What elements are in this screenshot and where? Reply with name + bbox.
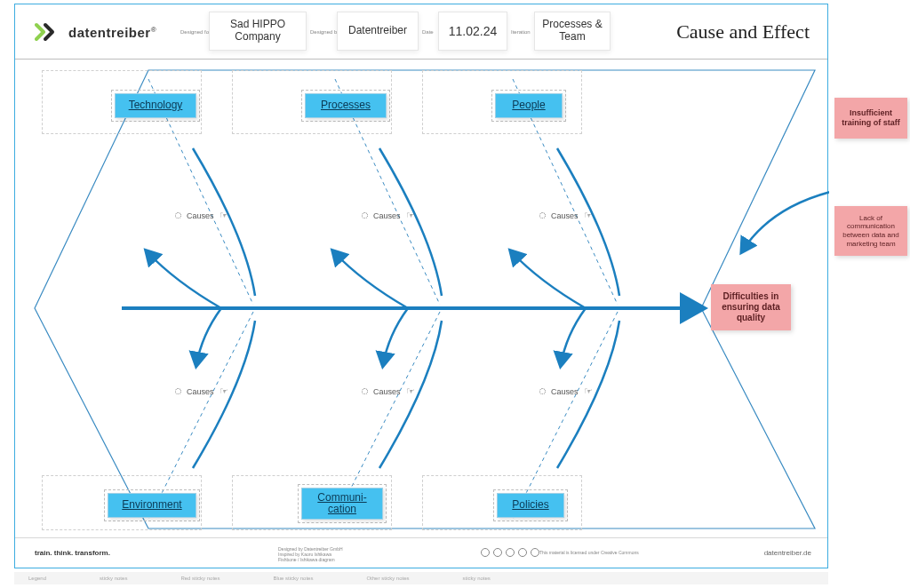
note1-text: Insufficient training of staff <box>842 108 900 128</box>
logo-text: datentreiber® <box>68 25 156 40</box>
nc-icon <box>518 548 527 557</box>
effect-note[interactable]: Difficulties in ensuring data quality <box>711 284 791 330</box>
legend-hint: sticky notes <box>462 576 490 581</box>
causes-top-3: Causes☞ <box>539 210 593 221</box>
category-people[interactable]: People <box>495 93 563 118</box>
logo-icon <box>35 22 63 42</box>
legend-hint: Blue sticky notes <box>273 576 313 581</box>
cc-license-icons <box>481 548 539 557</box>
category-policies[interactable]: Policies <box>497 493 564 518</box>
text-designed-by: Datentreiber <box>348 25 407 37</box>
legend-hint: Other sticky notes <box>366 576 409 581</box>
cc-icon <box>481 548 490 557</box>
causes-top-2: Causes☞ <box>362 210 415 221</box>
card-designed-by[interactable]: Datentreiber <box>337 12 419 51</box>
causes-bottom-3: Causes☞ <box>539 385 593 397</box>
pointer-icon: ☞ <box>220 385 228 397</box>
footer-license-text: This material is licensed under Creative… <box>539 550 639 555</box>
page-title: Cause and Effect <box>676 20 810 44</box>
causes-bottom-2: Causes☞ <box>362 385 415 397</box>
footer-web: datentreiber.de <box>764 549 811 557</box>
logo: datentreiber® <box>35 22 156 42</box>
card-date[interactable]: 11.02.24 <box>438 12 507 51</box>
category-environment[interactable]: Environment <box>108 493 196 518</box>
label-designed-by: Designed by <box>310 29 339 35</box>
card-designed-for[interactable]: Sad HIPPO Company <box>209 12 307 51</box>
nd-icon <box>531 548 539 557</box>
legend-hint: Red sticky notes <box>180 576 220 581</box>
legend-strip: Legend sticky notes Red sticky notes Blu… <box>14 572 828 584</box>
note2-text: Lack of communication between data and m… <box>842 214 900 248</box>
by-icon <box>493 548 502 557</box>
legend-hint: sticky notes <box>100 576 127 581</box>
footer: train. think. transform. Designed by Dat… <box>15 537 827 568</box>
category-processes[interactable]: Processes <box>305 93 387 118</box>
legend-label: Legend <box>28 576 46 581</box>
canvas-frame: datentreiber® Designed for Sad HIPPO Com… <box>14 4 828 568</box>
card-iteration[interactable]: Processes & Team <box>534 12 611 51</box>
pointer-icon: ☞ <box>584 385 593 397</box>
category-technology[interactable]: Technology <box>115 93 196 118</box>
causes-top-1: Causes☞ <box>175 210 228 221</box>
pointer-icon: ☞ <box>584 210 593 221</box>
pointer-icon: ☞ <box>406 210 415 221</box>
text-iteration: Processes & Team <box>542 19 603 44</box>
label-iteration: Iteration <box>511 29 531 35</box>
sa-icon <box>506 548 515 557</box>
effect-text: Difficulties in ensuring data quality <box>718 291 784 323</box>
pointer-icon: ☞ <box>406 385 415 397</box>
header: datentreiber® Designed for Sad HIPPO Com… <box>15 4 827 60</box>
note-lack-communication[interactable]: Lack of communication between data and m… <box>834 206 907 256</box>
text-designed-for: Sad HIPPO Company <box>217 19 299 44</box>
text-date: 11.02.24 <box>449 24 498 38</box>
footer-credits3: Fishbone / Ishikawa diagram <box>278 557 335 562</box>
pointer-icon: ☞ <box>220 210 228 221</box>
label-designed-for: Designed for <box>180 29 211 35</box>
category-communication[interactable]: Communi- cation <box>301 488 383 520</box>
causes-bottom-1: Causes☞ <box>175 385 228 397</box>
tagline: train. think. transform. <box>35 549 110 557</box>
note-insufficient-training[interactable]: Insufficient training of staff <box>834 98 907 139</box>
label-date: Date <box>422 29 434 35</box>
